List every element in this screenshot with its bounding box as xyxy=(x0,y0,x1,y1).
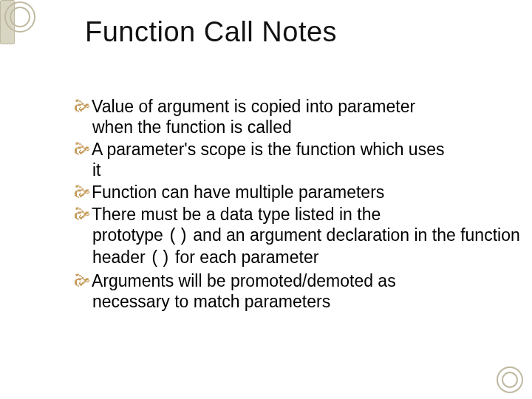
list-item: 🙞Arguments will be promoted/demoted as n… xyxy=(74,270,521,312)
text-fragment: for each parameter xyxy=(171,248,319,267)
bullet-icon: 🙞 xyxy=(74,182,91,202)
bullet-icon: 🙞 xyxy=(74,204,91,225)
list-item: 🙞Value of argument is copied into parame… xyxy=(74,96,521,137)
bullet-text-cont: necessary to match parameters xyxy=(92,291,521,312)
bullet-text-cont: it xyxy=(92,160,521,180)
deco-ring-inner xyxy=(10,7,30,27)
deco-ring-inner xyxy=(502,372,518,388)
list-item: 🙞There must be a data type listed in the… xyxy=(74,204,521,269)
decoration-bottom-right xyxy=(480,364,525,393)
bullet-icon: 🙞 xyxy=(74,270,91,291)
code-fragment: () xyxy=(168,227,188,246)
bullet-text: Arguments will be promoted/demoted as xyxy=(92,271,396,290)
slide-body: 🙞Value of argument is copied into parame… xyxy=(74,96,521,313)
bullet-text: There must be a data type listed in the xyxy=(92,205,381,224)
slide-title: Function Call Notes xyxy=(85,16,337,48)
code-fragment: () xyxy=(150,249,171,268)
decoration-top-left xyxy=(0,0,37,44)
bullet-text: Function can have multiple parameters xyxy=(92,183,384,202)
bullet-icon: 🙞 xyxy=(74,139,91,160)
bullet-text-cont: when the function is called xyxy=(92,117,521,137)
bullet-text: A parameter's scope is the function whic… xyxy=(92,140,444,159)
bullet-text-cont: prototype () and an argument declaration… xyxy=(92,225,521,269)
bullet-icon: 🙞 xyxy=(74,96,91,117)
bullet-text: Value of argument is copied into paramet… xyxy=(92,97,415,116)
list-item: 🙞A parameter's scope is the function whi… xyxy=(74,139,521,180)
text-fragment: prototype xyxy=(92,225,168,245)
list-item: 🙞Function can have multiple parameters xyxy=(74,182,521,202)
slide: Function Call Notes 🙞Value of argument i… xyxy=(0,0,532,399)
